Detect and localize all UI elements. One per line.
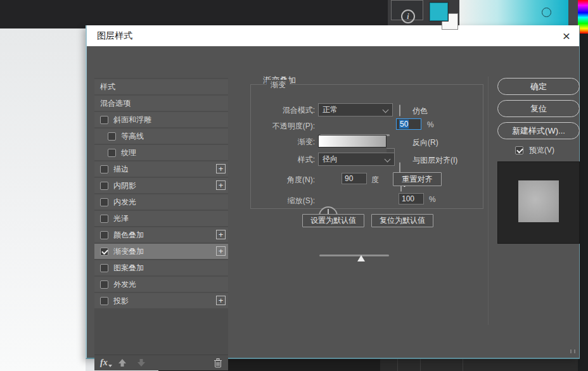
preview-label: 预览(V): [529, 145, 554, 156]
add-effect-instance-button[interactable]: +: [216, 246, 226, 256]
gradient-label: 渐变:: [244, 137, 315, 148]
scale-unit: %: [429, 195, 436, 204]
move-effect-up-icon[interactable]: [118, 358, 127, 367]
scale-slider-thumb[interactable]: [357, 255, 365, 261]
sidebar-item-label: 斜面和浮雕: [113, 115, 151, 125]
sidebar-item[interactable]: 描边+: [94, 161, 228, 177]
picker-panel-fragment: i: [388, 0, 459, 28]
fx-menu-icon[interactable]: fx: [100, 358, 108, 368]
sidebar-item[interactable]: 内阴影+: [94, 178, 228, 193]
sidebar-footer: fx: [94, 355, 228, 370]
style-select[interactable]: 径向: [318, 153, 395, 166]
preview-checkbox[interactable]: [515, 146, 523, 154]
delete-effect-icon[interactable]: [214, 358, 222, 368]
sidebar-item-label: 混合选项: [100, 98, 131, 109]
sidebar-item[interactable]: 混合选项: [94, 96, 228, 111]
app-top-bar: [0, 0, 388, 28]
sidebar-item-label: 颜色叠加: [113, 230, 144, 241]
blend-mode-value: 正常: [323, 104, 338, 115]
effect-checkbox[interactable]: [100, 198, 108, 206]
gradient-preview[interactable]: [318, 135, 387, 148]
effect-checkbox[interactable]: [100, 231, 108, 239]
picker-panel-gap: [568, 0, 578, 28]
effect-checkbox[interactable]: [100, 264, 108, 272]
resize-grip-icon[interactable]: [570, 349, 575, 353]
add-effect-instance-button[interactable]: +: [216, 164, 226, 173]
effect-checkbox[interactable]: [108, 132, 116, 141]
panel-seam: [397, 359, 398, 371]
sidebar-item[interactable]: 等高线: [94, 129, 228, 144]
dither-label: 仿色: [412, 106, 428, 116]
opacity-input[interactable]: 50: [396, 118, 421, 130]
sidebar-item-label: 光泽: [113, 213, 129, 224]
effect-checkbox[interactable]: [100, 215, 108, 223]
new-style-button[interactable]: 新建样式(W)...: [497, 122, 580, 139]
angle-value: 90: [345, 174, 353, 183]
effect-checkbox[interactable]: [100, 297, 108, 305]
effect-checkbox[interactable]: [100, 182, 108, 190]
sidebar-item[interactable]: 颜色叠加+: [94, 227, 228, 242]
gradient-group-label: 渐变: [267, 80, 290, 91]
scale-slider[interactable]: [319, 255, 389, 256]
reset-default-button[interactable]: 复位为默认值: [371, 214, 433, 227]
opacity-value: 50: [399, 120, 409, 129]
move-effect-down-icon[interactable]: [137, 358, 146, 367]
effect-checkbox[interactable]: [100, 116, 108, 124]
style-value: 径向: [323, 154, 338, 165]
add-effect-instance-button[interactable]: +: [216, 230, 226, 239]
sidebar-item-label: 内发光: [113, 197, 136, 208]
ok-button[interactable]: 确定: [497, 78, 580, 95]
sidebar-item[interactable]: 图案叠加: [94, 260, 228, 275]
dialog-body: 样式混合选项斜面和浮雕等高线纹理描边+内阴影+内发光光泽颜色叠加+渐变叠加+图案…: [87, 46, 579, 358]
sidebar-list: 样式混合选项斜面和浮雕等高线纹理描边+内阴影+内发光光泽颜色叠加+渐变叠加+图案…: [94, 79, 228, 308]
effect-checkbox[interactable]: [108, 149, 116, 157]
panel-seam: [420, 359, 421, 371]
sidebar-item-label: 描边: [113, 164, 129, 175]
add-effect-instance-button[interactable]: +: [216, 180, 226, 190]
dialog-titlebar[interactable]: 图层样式 ×: [87, 25, 579, 46]
blend-mode-select[interactable]: 正常: [318, 103, 393, 116]
add-effect-instance-button[interactable]: +: [216, 296, 226, 305]
sidebar-item[interactable]: 外发光: [94, 277, 228, 292]
dialog-title: 图层样式: [97, 30, 132, 42]
effect-checkbox[interactable]: [100, 165, 108, 173]
make-default-button[interactable]: 设置为默认值: [302, 214, 364, 227]
sidebar-item-label: 外发光: [113, 279, 136, 290]
angle-input[interactable]: 90: [342, 173, 367, 184]
reset-button[interactable]: 复位: [497, 100, 580, 117]
angle-label: 角度(N):: [244, 175, 315, 186]
effect-checkbox[interactable]: [100, 280, 108, 289]
close-icon[interactable]: ×: [563, 30, 570, 42]
effects-sidebar: 样式混合选项斜面和浮雕等高线纹理描边+内阴影+内发光光泽颜色叠加+渐变叠加+图案…: [94, 78, 228, 370]
sidebar-item[interactable]: 样式: [94, 79, 228, 94]
color-picker-cursor-icon[interactable]: [542, 8, 551, 17]
blend-mode-label: 混合模式:: [244, 105, 315, 116]
angle-unit: 度: [371, 175, 379, 186]
sidebar-item-label: 纹理: [121, 148, 136, 158]
reset-alignment-button[interactable]: 重置对齐: [393, 172, 442, 186]
scale-input[interactable]: 100: [399, 193, 424, 204]
sidebar-item[interactable]: 纹理: [94, 145, 228, 160]
chevron-down-icon: [385, 157, 390, 162]
sidebar-item-label: 投影: [113, 296, 129, 306]
reverse-label: 反向(R): [412, 137, 438, 148]
dither-checkbox[interactable]: [399, 104, 400, 116]
scale-value: 100: [402, 194, 414, 203]
chevron-down-icon: [383, 108, 388, 113]
color-picker-saturation-field[interactable]: [459, 0, 568, 28]
sidebar-item-label: 样式: [100, 82, 115, 92]
foreground-color-swatch[interactable]: [430, 3, 448, 21]
sidebar-item-label: 等高线: [121, 131, 144, 142]
sidebar-item[interactable]: 渐变叠加+: [94, 244, 228, 259]
style-preview-thumbnail: [497, 161, 580, 244]
effect-checkbox[interactable]: [100, 248, 108, 256]
sidebar-item[interactable]: 斜面和浮雕: [94, 112, 228, 127]
sidebar-item[interactable]: 光泽: [94, 211, 228, 226]
layer-style-dialog: 图层样式 × 样式混合选项斜面和浮雕等高线纹理描边+内阴影+内发光光泽颜色叠加+…: [86, 25, 580, 359]
sidebar-item[interactable]: 内发光: [94, 194, 228, 210]
sidebar-item-label: 内阴影: [113, 180, 136, 191]
canvas-background: [0, 28, 86, 371]
sidebar-item[interactable]: 投影+: [94, 293, 228, 308]
opacity-label: 不透明度(P):: [244, 121, 315, 132]
info-icon: i: [401, 9, 415, 23]
